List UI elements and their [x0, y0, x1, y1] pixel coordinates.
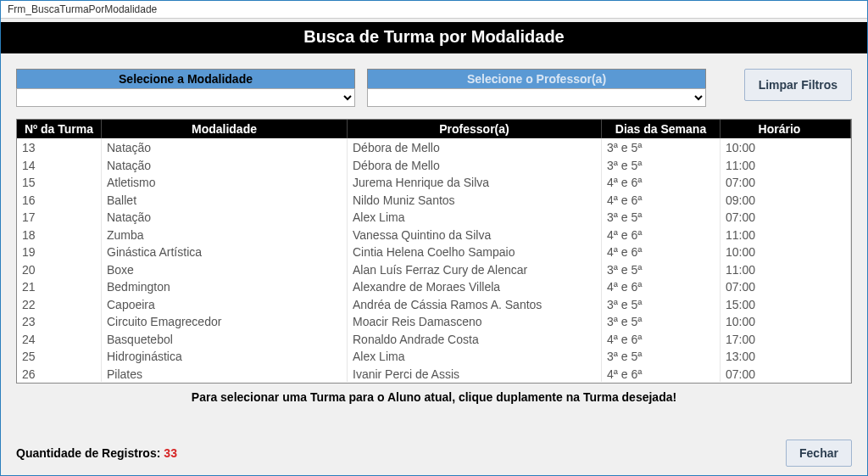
col-header-horario[interactable]: Horário	[721, 120, 851, 138]
col-header-dias[interactable]: Dias da Semana	[602, 120, 721, 138]
cell-horario: 10:00	[721, 312, 851, 330]
cell-num: 21	[17, 277, 102, 295]
cell-horario: 13:00	[721, 347, 851, 365]
table-header: Nº da Turma Modalidade Professor(a) Dias…	[17, 120, 851, 138]
cell-num: 22	[17, 295, 102, 313]
cell-dias: 3ª e 5ª	[602, 138, 721, 156]
cell-modalidade: Pilates	[102, 365, 348, 383]
cell-modalidade: Natação	[102, 138, 348, 156]
table-row[interactable]: 26PilatesIvanir Perci de Assis4ª e 6ª07:…	[17, 365, 851, 383]
table-row[interactable]: 16BalletNildo Muniz Santos4ª e 6ª09:00	[17, 191, 851, 209]
cell-modalidade: Hidroginástica	[102, 347, 348, 365]
table-row[interactable]: 25HidroginásticaAlex Lima3ª e 5ª13:00	[17, 347, 851, 365]
cell-modalidade: Ballet	[102, 191, 348, 209]
table-row[interactable]: 15AtletismoJurema Henrique da Silva4ª e …	[17, 173, 851, 191]
cell-modalidade: Capoeira	[102, 295, 348, 313]
cell-professor: Ronaldo Andrade Costa	[348, 330, 602, 348]
cell-modalidade: Basquetebol	[102, 330, 348, 348]
modalidade-select[interactable]	[16, 88, 355, 107]
content-area: Selecione a Modalidade Selecione o Profe…	[1, 53, 867, 412]
cell-horario: 10:00	[721, 138, 851, 156]
cell-professor: Alan Luís Ferraz Cury de Alencar	[348, 260, 602, 278]
cell-num: 16	[17, 191, 102, 209]
cell-num: 19	[17, 243, 102, 260]
cell-professor: Débora de Mello	[348, 156, 602, 174]
cell-horario: 09:00	[721, 191, 851, 209]
cell-modalidade: Ginástica Artística	[102, 243, 348, 260]
cell-horario: 07:00	[721, 365, 851, 383]
cell-horario: 07:00	[721, 277, 851, 295]
limpar-filtros-button[interactable]: Limpar Filtros	[744, 69, 852, 101]
cell-modalidade: Circuito Emagrecedor	[102, 312, 348, 330]
cell-dias: 4ª e 6ª	[602, 243, 721, 260]
cell-professor: Cintia Helena Coelho Sampaio	[348, 243, 602, 260]
table-row[interactable]: 20BoxeAlan Luís Ferraz Cury de Alencar3ª…	[17, 260, 851, 278]
filter-professor: Selecione o Professor(a)	[367, 69, 706, 107]
cell-modalidade: Atletismo	[102, 173, 348, 191]
cell-horario: 15:00	[721, 295, 851, 313]
filter-professor-label: Selecione o Professor(a)	[367, 69, 706, 88]
instruction-text: Para selecionar uma Turma para o Aluno a…	[16, 384, 852, 406]
table-row[interactable]: 19Ginástica ArtísticaCintia Helena Coelh…	[17, 243, 851, 260]
cell-dias: 4ª e 6ª	[602, 330, 721, 348]
cell-dias: 3ª e 5ª	[602, 260, 721, 278]
cell-professor: Andréa de Cássia Ramos A. Santos	[348, 295, 602, 313]
cell-dias: 3ª e 5ª	[602, 156, 721, 174]
reg-count-label: Quantidade de Registros:	[16, 446, 160, 460]
col-header-professor[interactable]: Professor(a)	[348, 120, 602, 138]
cell-professor: Alex Lima	[348, 347, 602, 365]
cell-dias: 4ª e 6ª	[602, 226, 721, 244]
table-row[interactable]: 23Circuito EmagrecedorMoacir Reis Damasc…	[17, 312, 851, 330]
cell-dias: 4ª e 6ª	[602, 173, 721, 191]
cell-num: 24	[17, 330, 102, 348]
cell-horario: 11:00	[721, 226, 851, 244]
cell-professor: Alex Lima	[348, 208, 602, 226]
cell-dias: 4ª e 6ª	[602, 365, 721, 383]
cell-dias: 4ª e 6ª	[602, 191, 721, 209]
footer-bar: Quantidade de Registros: 33 Fechar	[1, 431, 867, 475]
cell-professor: Vanessa Quintino da Silva	[348, 226, 602, 244]
col-header-num[interactable]: Nº da Turma	[17, 120, 102, 138]
table-row[interactable]: 22CapoeiraAndréa de Cássia Ramos A. Sant…	[17, 295, 851, 313]
cell-modalidade: Zumba	[102, 226, 348, 244]
window-title: Frm_BuscaTurmaPorModalidade	[1, 1, 867, 19]
turmas-table: Nº da Turma Modalidade Professor(a) Dias…	[16, 119, 852, 384]
cell-horario: 07:00	[721, 208, 851, 226]
cell-dias: 3ª e 5ª	[602, 312, 721, 330]
cell-professor: Moacir Reis Damasceno	[348, 312, 602, 330]
filter-modalidade: Selecione a Modalidade	[16, 69, 355, 107]
table-body[interactable]: 13NataçãoDébora de Mello3ª e 5ª10:0014Na…	[17, 138, 851, 383]
cell-professor: Alexandre de Moraes Villela	[348, 277, 602, 295]
cell-professor: Débora de Mello	[348, 138, 602, 156]
page-title: Busca de Turma por Modalidade	[1, 22, 867, 53]
cell-horario: 17:00	[721, 330, 851, 348]
window-frame: Frm_BuscaTurmaPorModalidade Busca de Tur…	[0, 0, 868, 476]
cell-num: 14	[17, 156, 102, 174]
cell-modalidade: Boxe	[102, 260, 348, 278]
table-row[interactable]: 13NataçãoDébora de Mello3ª e 5ª10:00	[17, 138, 851, 156]
cell-num: 15	[17, 173, 102, 191]
filter-modalidade-label: Selecione a Modalidade	[16, 69, 355, 88]
table-row[interactable]: 21BedmingtonAlexandre de Moraes Villela4…	[17, 277, 851, 295]
cell-horario: 07:00	[721, 173, 851, 191]
col-header-modalidade[interactable]: Modalidade	[102, 120, 348, 138]
table-row[interactable]: 24BasquetebolRonaldo Andrade Costa4ª e 6…	[17, 330, 851, 348]
cell-num: 13	[17, 138, 102, 156]
cell-num: 20	[17, 260, 102, 278]
table-row[interactable]: 17NataçãoAlex Lima3ª e 5ª07:00	[17, 208, 851, 226]
filter-row: Selecione a Modalidade Selecione o Profe…	[16, 69, 852, 107]
cell-num: 18	[17, 226, 102, 244]
professor-select[interactable]	[367, 88, 706, 107]
fechar-button[interactable]: Fechar	[786, 440, 852, 467]
cell-dias: 3ª e 5ª	[602, 295, 721, 313]
cell-dias: 3ª e 5ª	[602, 208, 721, 226]
table-row[interactable]: 14NataçãoDébora de Mello3ª e 5ª11:00	[17, 156, 851, 174]
cell-modalidade: Natação	[102, 156, 348, 174]
cell-professor: Jurema Henrique da Silva	[348, 173, 602, 191]
cell-num: 25	[17, 347, 102, 365]
cell-horario: 11:00	[721, 260, 851, 278]
cell-num: 23	[17, 312, 102, 330]
table-row[interactable]: 18ZumbaVanessa Quintino da Silva4ª e 6ª1…	[17, 226, 851, 244]
cell-num: 17	[17, 208, 102, 226]
cell-horario: 10:00	[721, 243, 851, 260]
